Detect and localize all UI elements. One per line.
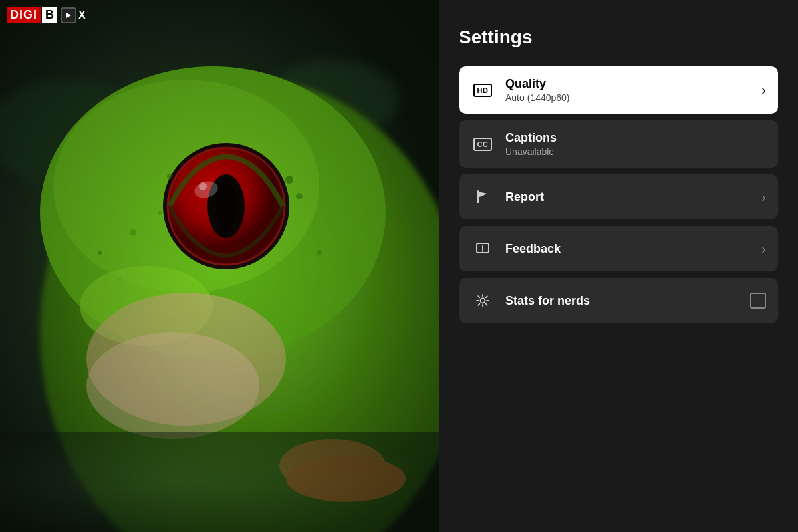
logo-digi: DIGI	[7, 7, 41, 23]
quality-subtitle: Auto (1440p60)	[505, 92, 755, 103]
quality-title: Quality	[505, 77, 755, 91]
svg-point-36	[483, 251, 483, 252]
cc-icon: CC	[471, 132, 495, 156]
flag-icon	[471, 185, 495, 209]
settings-title: Settings	[459, 27, 778, 48]
stats-checkbox-icon[interactable]	[750, 293, 766, 309]
stats-title: Stats for nerds	[505, 294, 743, 308]
settings-item-report[interactable]: Report ›	[459, 174, 778, 219]
report-chevron-icon: ›	[761, 190, 766, 205]
captions-title: Captions	[505, 131, 766, 145]
logo-x: X	[78, 9, 86, 21]
quality-chevron-icon: ›	[761, 82, 766, 98]
feedback-title: Feedback	[505, 242, 755, 256]
svg-point-37	[481, 299, 485, 303]
stats-text: Stats for nerds	[505, 294, 743, 308]
settings-panel: Settings HD Quality Auto (1440p60) › CC …	[439, 0, 798, 532]
settings-item-feedback[interactable]: Feedback ›	[459, 226, 778, 271]
video-area: DIGI B X	[0, 0, 439, 532]
report-text: Report	[505, 190, 755, 204]
settings-item-quality[interactable]: HD Quality Auto (1440p60) ›	[459, 66, 778, 114]
logo: DIGI B X	[7, 7, 86, 23]
report-title: Report	[505, 190, 755, 204]
captions-subtitle: Unavailable	[505, 146, 766, 157]
logo-box: B	[42, 7, 57, 23]
feedback-chevron-icon: ›	[761, 241, 766, 257]
svg-rect-32	[0, 0, 439, 532]
settings-item-stats[interactable]: Stats for nerds	[459, 278, 778, 323]
feedback-icon	[471, 237, 495, 261]
settings-item-captions[interactable]: CC Captions Unavailable	[459, 120, 778, 168]
logo-play-icon	[61, 7, 76, 23]
stats-gear-icon	[471, 289, 495, 313]
svg-marker-33	[66, 13, 71, 18]
captions-text: Captions Unavailable	[505, 131, 766, 157]
feedback-text: Feedback	[505, 242, 755, 256]
quality-text: Quality Auto (1440p60)	[505, 77, 755, 103]
hd-icon: HD	[471, 78, 495, 102]
